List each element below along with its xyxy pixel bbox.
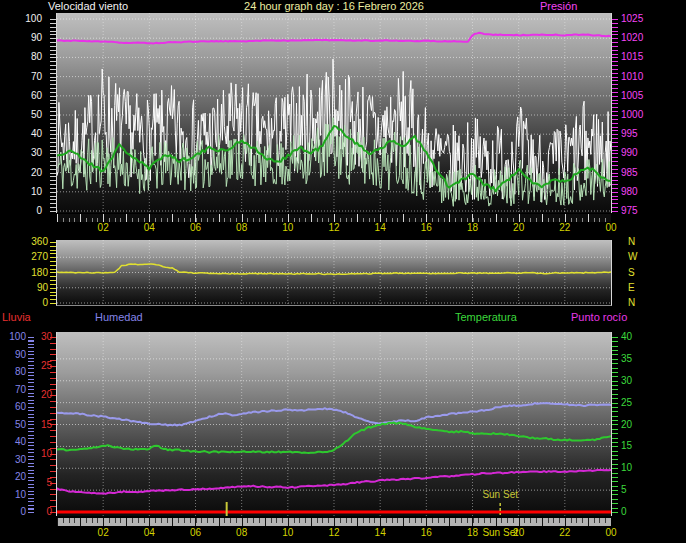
hour-label: 00 xyxy=(599,527,623,539)
y-tick-pressure: 1010 xyxy=(621,71,657,83)
y-tick-wind: 40 xyxy=(8,128,42,140)
hour-label: 06 xyxy=(183,527,207,539)
y-tick-humidity: 80 xyxy=(2,366,26,378)
y-tick-temperature: 20 xyxy=(621,419,651,431)
y-tick-direction: 180 xyxy=(16,267,48,279)
hour-label: 04 xyxy=(137,222,161,234)
pressure-section-label: Presión xyxy=(540,0,577,13)
y-tick-pressure: 1020 xyxy=(621,32,657,44)
y-tick-temperature: 15 xyxy=(621,440,651,452)
graph-title: 24 hour graph day : 16 Febrero 2026 xyxy=(57,0,611,13)
y-tick-humidity: 90 xyxy=(2,349,26,361)
y-tick-pressure: 985 xyxy=(621,167,657,179)
y-tick-humidity: 60 xyxy=(2,401,26,413)
hour-label: 02 xyxy=(91,222,115,234)
hour-label: 16 xyxy=(414,527,438,539)
direction-axis-ticks xyxy=(50,242,56,304)
y-tick-temperature: 35 xyxy=(621,353,651,365)
y-tick-humidity: 100 xyxy=(2,331,26,343)
wind-plot-svg xyxy=(57,13,611,213)
y-tick-wind: 30 xyxy=(8,147,42,159)
y-tick-wind: 100 xyxy=(8,13,42,25)
hour-tick-strip-top xyxy=(57,214,611,222)
pressure-axis-ticks xyxy=(612,19,618,212)
y-tick-pressure: 1000 xyxy=(621,109,657,121)
hour-label: 22 xyxy=(553,527,577,539)
compass-label: N xyxy=(628,236,642,248)
hour-label: 12 xyxy=(322,527,346,539)
y-tick-temperature: 30 xyxy=(621,375,651,387)
y-tick-direction: 0 xyxy=(16,297,48,309)
y-tick-temperature: 40 xyxy=(621,331,651,343)
y-tick-temperature: 0 xyxy=(621,506,651,518)
temperature-section-label: Temperatura xyxy=(455,311,517,324)
y-tick-pressure: 995 xyxy=(621,128,657,140)
y-tick-temperature: 25 xyxy=(621,397,651,409)
y-tick-temperature: 5 xyxy=(621,484,651,496)
y-tick-pressure: 980 xyxy=(621,186,657,198)
hour-label: 06 xyxy=(183,222,207,234)
y-tick-humidity: 0 xyxy=(2,506,26,518)
y-tick-wind: 50 xyxy=(8,109,42,121)
y-tick-pressure: 1015 xyxy=(621,51,657,63)
hour-label: 08 xyxy=(230,222,254,234)
y-tick-wind: 90 xyxy=(8,32,42,44)
compass-label: W xyxy=(628,251,642,263)
y-tick-direction: 90 xyxy=(16,282,48,294)
y-tick-humidity: 30 xyxy=(2,454,26,466)
y-tick-wind: 0 xyxy=(8,205,42,217)
dew-point-section-label: Punto rocío xyxy=(571,311,627,324)
rain-axis-ticks xyxy=(50,337,56,513)
hour-label: 04 xyxy=(137,527,161,539)
sunset-marker-label: Sun Set xyxy=(470,489,530,501)
hour-label: 02 xyxy=(91,527,115,539)
hour-label: 14 xyxy=(368,222,392,234)
y-tick-humidity: 20 xyxy=(2,471,26,483)
y-tick-humidity: 50 xyxy=(2,419,26,431)
y-tick-pressure: 990 xyxy=(621,147,657,159)
compass-label: E xyxy=(628,282,642,294)
hour-label: 16 xyxy=(414,222,438,234)
y-tick-direction: 360 xyxy=(16,236,48,248)
humidity-axis-ticks xyxy=(28,337,34,513)
weather-24h-graph: Velocidad viento 24 hour graph day : 16 … xyxy=(0,0,686,543)
hour-label: 00 xyxy=(599,222,623,234)
y-tick-wind: 10 xyxy=(8,186,42,198)
y-tick-temperature: 10 xyxy=(621,462,651,474)
hour-label: 22 xyxy=(553,222,577,234)
y-tick-pressure: 1005 xyxy=(621,90,657,102)
hour-label: 14 xyxy=(368,527,392,539)
hour-label: 12 xyxy=(322,222,346,234)
y-tick-wind: 80 xyxy=(8,51,42,63)
y-tick-humidity: 10 xyxy=(2,489,26,501)
hour-label: 18 xyxy=(460,222,484,234)
y-tick-wind: 20 xyxy=(8,167,42,179)
compass-label: S xyxy=(628,267,642,279)
hour-label: 20 xyxy=(507,527,531,539)
y-tick-pressure: 975 xyxy=(621,205,657,217)
wind-direction-plot xyxy=(56,240,612,306)
rain-section-label: Lluvia xyxy=(2,311,31,324)
y-tick-wind: 60 xyxy=(8,90,42,102)
y-tick-wind: 70 xyxy=(8,71,42,83)
hour-label: 10 xyxy=(276,527,300,539)
humidity-section-label: Humedad xyxy=(95,311,143,324)
compass-label: N xyxy=(628,297,642,309)
wind-axis-ticks xyxy=(50,19,56,212)
y-tick-humidity: 40 xyxy=(2,436,26,448)
hour-tick-strip-bottom xyxy=(57,518,611,526)
hour-label: 08 xyxy=(230,527,254,539)
wind-direction-svg xyxy=(57,240,611,305)
hour-label: 10 xyxy=(276,222,300,234)
wind-pressure-plot xyxy=(56,13,612,213)
hour-label: 18 xyxy=(460,527,484,539)
hour-label: 20 xyxy=(507,222,531,234)
temperature-axis-ticks xyxy=(612,337,618,513)
y-tick-direction: 270 xyxy=(16,251,48,263)
y-tick-humidity: 70 xyxy=(2,384,26,396)
y-tick-pressure: 1025 xyxy=(621,13,657,25)
